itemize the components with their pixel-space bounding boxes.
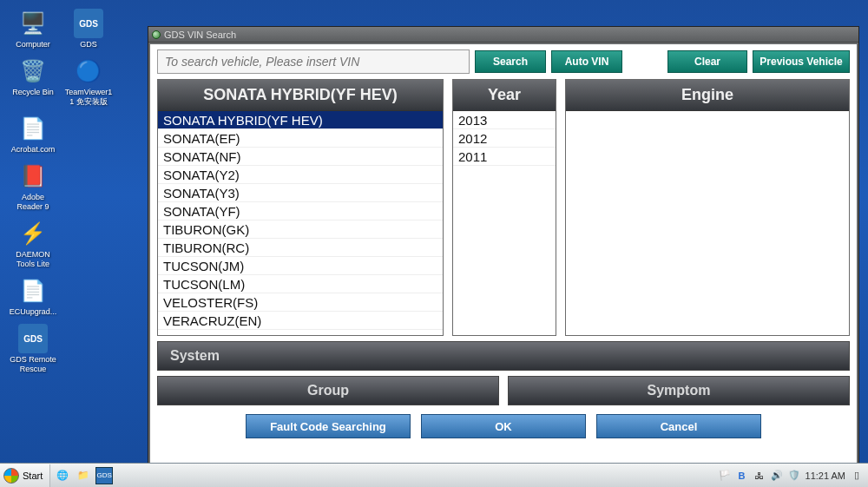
desktop-icon-label: Acrobat.com xyxy=(11,145,56,155)
desktop-icon-label: DAEMON Tools Lite xyxy=(9,250,57,269)
list-item[interactable]: SONATA(YF) xyxy=(158,202,443,220)
engine-list[interactable] xyxy=(566,111,849,335)
desktop-icon[interactable]: 🗑️Recycle Bin xyxy=(7,55,59,109)
shield-tray-icon[interactable]: 🛡️ xyxy=(788,470,800,482)
show-desktop-button[interactable]: ▯ xyxy=(851,470,863,482)
desktop-icon-label: Computer xyxy=(16,40,50,49)
desktop-icon-label: GDS Remote Rescue xyxy=(9,355,57,374)
desktop-glyph-icon: ⚡ xyxy=(18,219,48,248)
flag-tray-icon[interactable]: 🏳️ xyxy=(719,470,731,482)
gds-taskbar-button[interactable]: GDS xyxy=(95,467,113,484)
ok-button[interactable]: OK xyxy=(421,414,586,438)
search-toolbar: Search Auto VIN Clear Previous Vehicle xyxy=(157,49,850,74)
desktop-icon-label: Recycle Bin xyxy=(12,88,54,97)
desktop-icon[interactable]: GDSGDS Remote Rescue xyxy=(7,322,59,376)
list-item[interactable]: 2011 xyxy=(453,148,556,166)
vin-search-dialog: GDS VIN Search Search Auto VIN Clear Pre… xyxy=(148,26,859,465)
list-item[interactable]: SONATA(Y2) xyxy=(158,166,443,184)
search-button[interactable]: Search xyxy=(475,50,546,73)
desktop-glyph-icon: 🖥️ xyxy=(18,9,48,38)
engine-column: Engine xyxy=(565,79,850,336)
model-column: SONATA HYBRID(YF HEV) SONATA HYBRID(YF H… xyxy=(157,79,444,336)
list-item[interactable]: TIBURON(RC) xyxy=(158,239,443,257)
year-list[interactable]: 201320122011 xyxy=(453,111,556,335)
list-item[interactable]: SONATA(NF) xyxy=(158,148,443,166)
auto-vin-button[interactable]: Auto VIN xyxy=(551,50,622,73)
network-tray-icon[interactable]: 🖧 xyxy=(753,470,766,482)
taskbar-clock[interactable]: 11:21 AM xyxy=(806,471,845,481)
app-icon xyxy=(152,30,161,39)
bluetooth-tray-icon[interactable]: B xyxy=(736,470,748,482)
desktop-icon[interactable]: 📄Acrobat.com xyxy=(7,112,59,156)
desktop-icon[interactable]: 📄ECUupgrad... xyxy=(7,274,59,319)
desktop-icon[interactable]: 🔵TeamViewer11 免安装版 xyxy=(62,55,115,109)
desktop-icon-label: ECUupgrad... xyxy=(10,307,57,317)
desktop-glyph-icon: 📕 xyxy=(18,161,48,191)
desktop-icon-label: Adobe Reader 9 xyxy=(9,193,57,212)
windows-orb-icon xyxy=(3,468,19,484)
year-column-header: Year xyxy=(453,80,556,111)
desktop-glyph-icon: GDS xyxy=(18,324,48,353)
desktop-icon-label: GDS xyxy=(80,40,97,49)
model-column-header: SONATA HYBRID(YF HEV) xyxy=(158,80,443,111)
group-button[interactable]: Group xyxy=(157,376,499,405)
explorer-quicklaunch-icon[interactable]: 📁 xyxy=(75,467,92,484)
cancel-button[interactable]: Cancel xyxy=(596,414,761,438)
desktop-icon[interactable]: 📕Adobe Reader 9 xyxy=(7,160,59,214)
ie-quicklaunch-icon[interactable]: 🌐 xyxy=(54,467,71,484)
dialog-title: GDS VIN Search xyxy=(164,30,236,40)
fault-code-button[interactable]: Fault Code Searching xyxy=(246,414,411,438)
list-item[interactable]: SONATA HYBRID(YF HEV) xyxy=(158,111,443,129)
desktop: 🖥️ComputerGDSGDS🗑️Recycle Bin🔵TeamViewer… xyxy=(0,0,868,463)
dialog-titlebar[interactable]: GDS VIN Search xyxy=(148,27,858,43)
list-item[interactable]: 2013 xyxy=(453,111,556,129)
desktop-icon[interactable]: ⚡DAEMON Tools Lite xyxy=(7,217,59,271)
desktop-glyph-icon: 🔵 xyxy=(74,56,103,86)
desktop-icon-grid: 🖥️ComputerGDSGDS🗑️Recycle Bin🔵TeamViewer… xyxy=(7,7,115,376)
desktop-glyph-icon: 📄 xyxy=(18,276,48,306)
model-list[interactable]: SONATA HYBRID(YF HEV)SONATA(EF)SONATA(NF… xyxy=(158,111,443,335)
symptom-button[interactable]: Symptom xyxy=(508,376,850,405)
desktop-glyph-icon: GDS xyxy=(74,9,103,38)
desktop-icon-label: TeamViewer11 免安装版 xyxy=(64,88,113,107)
desktop-glyph-icon: 📄 xyxy=(18,114,48,143)
desktop-icon[interactable]: 🖥️Computer xyxy=(7,7,59,51)
desktop-icon[interactable]: GDSGDS xyxy=(62,7,115,51)
dialog-action-row: Fault Code Searching OK Cancel xyxy=(157,411,850,438)
engine-column-header: Engine xyxy=(566,80,849,111)
group-symptom-row: Group Symptom xyxy=(157,376,850,405)
volume-tray-icon[interactable]: 🔊 xyxy=(771,470,783,482)
vin-input[interactable] xyxy=(157,49,470,74)
selector-columns: SONATA HYBRID(YF HEV) SONATA HYBRID(YF H… xyxy=(157,79,850,336)
list-item[interactable]: SONATA(Y3) xyxy=(158,184,443,202)
system-panel[interactable]: System xyxy=(157,341,850,371)
start-label: Start xyxy=(23,471,43,481)
clear-button[interactable]: Clear xyxy=(667,50,747,73)
start-button[interactable]: Start xyxy=(0,464,50,487)
previous-vehicle-button[interactable]: Previous Vehicle xyxy=(753,50,850,73)
dialog-body: Search Auto VIN Clear Previous Vehicle S… xyxy=(150,44,857,463)
list-item[interactable]: TUCSON(LM) xyxy=(158,275,443,293)
list-item[interactable]: TUCSON(JM) xyxy=(158,257,443,275)
list-item[interactable]: TIBURON(GK) xyxy=(158,220,443,239)
list-item[interactable]: VERACRUZ(EN) xyxy=(158,312,443,330)
desktop-glyph-icon: 🗑️ xyxy=(18,56,48,86)
taskbar: Start 🌐 📁 GDS 🏳️ B 🖧 🔊 🛡️ 11:21 AM ▯ xyxy=(0,463,868,487)
list-item[interactable]: VELOSTER(FS) xyxy=(158,293,443,312)
list-item[interactable]: 2012 xyxy=(453,129,556,148)
list-item[interactable]: SONATA(EF) xyxy=(158,129,443,148)
system-tray: 🏳️ B 🖧 🔊 🛡️ 11:21 AM ▯ xyxy=(713,470,868,482)
year-column: Year 201320122011 xyxy=(452,79,556,336)
